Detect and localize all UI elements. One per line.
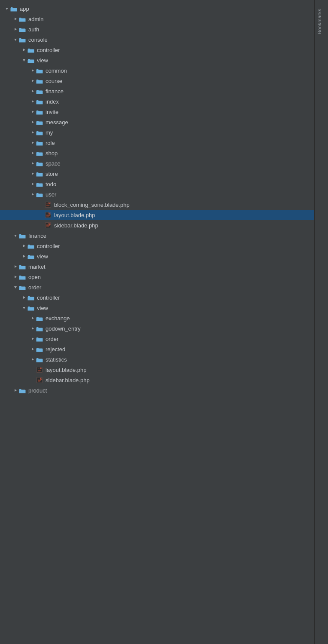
chevron-icon[interactable]: [29, 347, 36, 351]
tree-item-app[interactable]: app: [0, 3, 319, 14]
item-label: course: [46, 78, 62, 84]
svg-rect-7: [19, 39, 26, 43]
blade-file-icon: [45, 222, 52, 229]
tree-item-product[interactable]: product: [0, 385, 319, 396]
chevron-icon[interactable]: [29, 172, 36, 176]
tree-item-view[interactable]: view: [0, 251, 319, 261]
chevron-icon[interactable]: [21, 306, 27, 310]
svg-rect-9: [28, 49, 34, 53]
chevron-icon[interactable]: [29, 89, 36, 93]
item-label: rejected: [46, 346, 65, 353]
chevron-icon[interactable]: [12, 285, 19, 289]
svg-rect-61: [28, 256, 34, 259]
tree-item-open[interactable]: open: [0, 272, 319, 282]
tree-item-invite[interactable]: invite: [0, 107, 319, 117]
item-label: common: [46, 67, 67, 74]
chevron-icon[interactable]: [21, 295, 27, 300]
chevron-icon[interactable]: [12, 27, 19, 31]
tree-item-finance[interactable]: finance: [0, 230, 319, 241]
svg-marker-32: [32, 172, 34, 175]
svg-rect-1: [11, 8, 17, 12]
chevron-icon[interactable]: [29, 316, 36, 320]
tree-item-exchange[interactable]: exchange: [0, 313, 319, 323]
chevron-icon[interactable]: [3, 6, 10, 11]
folder-icon: [27, 57, 35, 63]
chevron-icon[interactable]: [29, 141, 36, 145]
chevron-icon[interactable]: [12, 275, 19, 279]
svg-rect-57: [19, 235, 26, 239]
folder-icon: [36, 160, 44, 166]
folder-icon: [36, 78, 44, 84]
chevron-icon[interactable]: [21, 254, 27, 258]
tree-item-controller[interactable]: controller: [0, 292, 319, 303]
tree-item-index[interactable]: index: [0, 96, 319, 107]
svg-marker-2: [15, 18, 17, 20]
item-label: order: [46, 336, 58, 342]
svg-rect-17: [36, 91, 43, 94]
tree-item-todo[interactable]: todo: [0, 179, 319, 189]
svg-marker-10: [23, 59, 25, 61]
chevron-icon[interactable]: [12, 264, 19, 269]
svg-marker-36: [32, 193, 34, 196]
item-label: invite: [46, 109, 58, 115]
svg-marker-34: [32, 183, 34, 185]
chevron-icon[interactable]: [29, 357, 36, 362]
chevron-icon[interactable]: [29, 68, 36, 73]
chevron-icon[interactable]: [29, 337, 36, 341]
chevron-icon[interactable]: [29, 151, 36, 155]
chevron-icon[interactable]: [21, 244, 27, 248]
tree-item-space[interactable]: space: [0, 158, 319, 169]
folder-icon: [36, 98, 44, 104]
tree-item-finance[interactable]: finance: [0, 86, 319, 96]
tree-item-order[interactable]: order: [0, 334, 319, 344]
chevron-icon[interactable]: [12, 388, 19, 393]
tree-item-controller[interactable]: controller: [0, 241, 319, 251]
chevron-icon[interactable]: [29, 161, 36, 166]
tree-item-shop[interactable]: shop: [0, 148, 319, 158]
chevron-icon[interactable]: [12, 37, 19, 42]
tree-item-order[interactable]: order: [0, 282, 319, 292]
svg-marker-20: [32, 110, 34, 113]
chevron-icon[interactable]: [21, 48, 27, 52]
folder-icon: [27, 253, 35, 259]
item-label: app: [20, 6, 29, 12]
chevron-icon[interactable]: [29, 182, 36, 186]
tree-item-common[interactable]: common: [0, 65, 319, 76]
tree-item-store[interactable]: store: [0, 169, 319, 179]
tree-item-layout-blade-php[interactable]: layout.blade.php: [0, 365, 319, 375]
tree-item-controller[interactable]: controller: [0, 45, 319, 55]
chevron-icon[interactable]: [29, 110, 36, 114]
tree-item-my[interactable]: my: [0, 127, 319, 138]
chevron-icon[interactable]: [29, 120, 36, 124]
tree-item-view[interactable]: view: [0, 55, 319, 65]
chevron-icon[interactable]: [12, 233, 19, 238]
tree-item-block_coming_sone-blade-php[interactable]: block_coming_sone.blade.php: [0, 199, 319, 210]
bookmarks-label[interactable]: Bookmarks: [317, 9, 322, 34]
tree-item-message[interactable]: message: [0, 117, 319, 127]
chevron-icon[interactable]: [29, 326, 36, 331]
tree-item-admin[interactable]: admin: [0, 14, 319, 24]
chevron-icon[interactable]: [29, 99, 36, 104]
chevron-icon[interactable]: [21, 58, 27, 62]
tree-item-layout-blade-php[interactable]: layout.blade.php: [0, 210, 319, 220]
svg-rect-67: [19, 287, 26, 290]
tree-item-role[interactable]: role: [0, 138, 319, 148]
tree-item-market[interactable]: market: [0, 261, 319, 272]
tree-item-user[interactable]: user: [0, 189, 319, 199]
chevron-icon[interactable]: [12, 17, 19, 21]
svg-rect-15: [36, 80, 43, 84]
tree-item-rejected[interactable]: rejected: [0, 344, 319, 354]
tree-item-sidebar-blade-php[interactable]: sidebar.blade.php: [0, 220, 319, 230]
item-label: my: [46, 129, 53, 136]
tree-item-sidebar-blade-php[interactable]: sidebar.blade.php: [0, 375, 319, 385]
tree-item-auth[interactable]: auth: [0, 24, 319, 34]
tree-item-statistics[interactable]: statistics: [0, 354, 319, 365]
tree-item-course[interactable]: course: [0, 76, 319, 86]
chevron-icon[interactable]: [29, 79, 36, 83]
chevron-icon[interactable]: [29, 130, 36, 135]
tree-item-godown_entry[interactable]: godown_entry: [0, 323, 319, 334]
chevron-icon[interactable]: [29, 192, 36, 196]
folder-icon: [36, 109, 44, 115]
tree-item-console[interactable]: console: [0, 34, 319, 45]
tree-item-view[interactable]: view: [0, 303, 319, 313]
